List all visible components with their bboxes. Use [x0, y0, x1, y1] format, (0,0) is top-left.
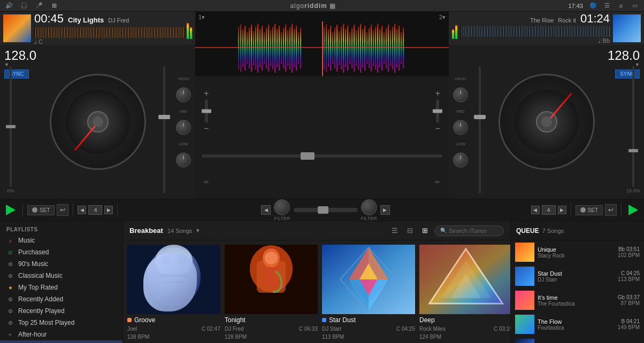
album-meta-deep: C 03:15	[494, 326, 510, 332]
eq-fader-right[interactable]	[476, 66, 484, 193]
cue-left: ◀ 4 ▶	[78, 205, 113, 215]
sidebar-item-top25[interactable]: ⚙ Top 25 Most Played	[0, 317, 122, 329]
volume-icon[interactable]: 🔊	[5, 2, 13, 10]
list-icon: ≡	[617, 2, 625, 10]
deck-right-bpm: 128.0	[608, 49, 640, 62]
sidebar-item-recentlyadded[interactable]: ⚙ Recently Added	[0, 293, 122, 305]
eq-low-right[interactable]	[453, 153, 468, 168]
queue-item-groove2[interactable]: Groove Joel C 02:47 138 BPM	[511, 337, 644, 343]
deck-right-turntable[interactable]	[499, 74, 595, 170]
filter-left-knob[interactable]	[274, 199, 290, 215]
album-title-deep: Deep	[419, 316, 435, 324]
sort-arrow[interactable]: ▾	[196, 227, 200, 234]
eq-high-right[interactable]	[453, 88, 468, 103]
play-right-button[interactable]	[626, 202, 641, 217]
gear-icon-classical: ⚙	[6, 272, 14, 279]
view-icons: ☰ ⊟ ⊞	[389, 225, 430, 236]
queue-name-flow: The Flow	[538, 318, 615, 325]
queue-artist-flow: Fourtastica	[538, 325, 615, 331]
gear-icon-90s: ⚙	[6, 260, 14, 268]
queue-key-itstime: Gb 03:37	[618, 294, 640, 300]
album-art-stardust	[322, 245, 415, 314]
deck-right-header: The Rise Rock it 01:24 ♩ Bb	[449, 12, 644, 45]
sidebar-item-music[interactable]: ♪ Music	[0, 235, 122, 246]
sidebar: PLAYLISTS ♪ Music ⊙ Purchased ⚙ 90's Mus…	[0, 221, 123, 343]
loop-left-button[interactable]: ↩	[57, 204, 68, 216]
headphones-icon[interactable]: 🎧	[20, 2, 28, 10]
mixer-faders: + − + −	[195, 76, 449, 199]
edit-left-icon[interactable]: ✏	[204, 178, 209, 186]
deck-left-time: 00:45	[34, 12, 64, 26]
album-title-tonight: Tonight	[225, 316, 246, 324]
grid-view-icon[interactable]: ⊞	[419, 225, 430, 236]
queue-key-stardust: C 04:25	[618, 270, 640, 276]
queue-key-flow: B 04:21	[618, 318, 640, 324]
eq-fader-left[interactable]	[160, 66, 168, 193]
eq-low-left[interactable]	[176, 153, 191, 168]
svg-rect-99	[419, 245, 510, 314]
sidebar-label-classical: Classical Music	[18, 272, 63, 279]
deep-art-svg	[419, 245, 510, 314]
sidebar-item-90s[interactable]: ⚙ 90's Music	[0, 258, 122, 270]
loop-right-button[interactable]: ↩	[605, 204, 617, 216]
svg-rect-70	[127, 245, 220, 314]
queue-item-unique[interactable]: Unique Stacy Rock Bb 03:51 102 BPM	[511, 240, 644, 264]
gain-left[interactable]: + −	[204, 89, 209, 134]
eq-high-left[interactable]	[176, 88, 191, 103]
set-left-button[interactable]: SET	[27, 205, 55, 215]
rewind-center-button[interactable]: ◀	[261, 205, 271, 215]
queue-item-flow[interactable]: The Flow Fourtastica B 04:21 149 BPM	[511, 313, 644, 337]
detail-view-icon[interactable]: ⊟	[404, 225, 415, 236]
album-card-stardust[interactable]: Star Dust DJ Starr C 04:25 113 BPM	[322, 245, 415, 341]
forward-center-button[interactable]: ▶	[380, 205, 390, 215]
album-card-tonight[interactable]: Tonight DJ Fred C 06:33 128 BPM	[225, 245, 318, 341]
album-artist-deep: Rock Miles	[419, 326, 446, 332]
deck-left-turntable[interactable]	[50, 74, 146, 170]
stardust-art-svg	[322, 245, 415, 314]
music-icon: ♪	[6, 237, 14, 244]
eq-mid-right[interactable]	[453, 120, 468, 135]
sidebar-item-classical[interactable]: ⚙ Classical Music	[0, 270, 122, 282]
crossfader-strip[interactable]	[294, 208, 358, 212]
cue-prev-left[interactable]: ◀	[78, 206, 86, 214]
eq-left: HIGH MID LOW	[176, 76, 191, 168]
gain-right[interactable]: + −	[435, 89, 440, 134]
eq-mid-left[interactable]	[176, 120, 191, 135]
album-bpm-tonight: 128 BPM	[225, 334, 318, 340]
sidebar-item-purchased[interactable]: ⊙ Purchased	[0, 246, 122, 258]
album-meta-stardust: C 04:25	[396, 326, 415, 332]
gear-icon-recentlyadded: ⚙	[6, 295, 14, 303]
queue-info-unique: Unique Stacy Rock	[538, 246, 615, 259]
deck-right-meters	[452, 18, 457, 39]
sidebar-item-recentlyplayed[interactable]: ⚙ Recently Played	[0, 305, 122, 317]
gear-icon-top25: ⚙	[6, 319, 14, 326]
queue-item-stardust[interactable]: Star Dust DJ Starr C 04:25 113 BPM	[511, 264, 644, 289]
queue-item-itstime[interactable]: It's time The Fourtastica Gb 03:37 87 BP…	[511, 289, 644, 313]
app-logo: algoriddim ▦	[290, 2, 336, 10]
queue-artist-unique: Stacy Rock	[538, 253, 615, 259]
wifi-icon: ☰	[603, 2, 611, 10]
sidebar-item-breakbeat[interactable]: ▤ Breakbeat	[0, 340, 122, 343]
deck-left-header: 00:45 City Lights DJ Fred ♩ C	[0, 12, 195, 45]
search-box[interactable]: 🔍 Search iTunes	[434, 225, 504, 236]
play-left-button[interactable]	[3, 202, 18, 217]
cue-next-left[interactable]: ▶	[104, 206, 113, 214]
sidebar-item-afterhour[interactable]: + After-hour	[0, 329, 122, 340]
mixer-center: 1▾ 2▾	[195, 12, 449, 199]
cue-prev-right[interactable]: ◀	[531, 206, 540, 214]
album-card-deep[interactable]: Deep Rock Miles C 03:15 124 BPM	[419, 245, 510, 341]
edit-right-icon[interactable]: ✏	[435, 178, 440, 186]
album-card-groove[interactable]: Groove Joel C 02:47 138 BPM	[127, 245, 220, 341]
queue-bpm-flow: 149 BPM	[618, 324, 640, 330]
sidebar-item-toprated[interactable]: ★ My Top Rated	[0, 282, 122, 293]
mic-icon[interactable]: 🎤	[35, 2, 43, 10]
filter-right-knob[interactable]	[361, 199, 377, 215]
sidebar-label-music: Music	[18, 237, 35, 244]
deck-right: The Rise Rock it 01:24 ♩ Bb 128.0 ▼ SYNC	[449, 12, 644, 199]
set-right-button[interactable]: SET	[576, 205, 603, 215]
grid-icon[interactable]: ⊞	[50, 2, 58, 10]
filter-right-label: FILTER	[361, 216, 377, 221]
crossfader[interactable]	[195, 154, 449, 158]
list-view-icon[interactable]: ☰	[389, 225, 400, 236]
cue-next-right[interactable]: ▶	[558, 206, 566, 214]
